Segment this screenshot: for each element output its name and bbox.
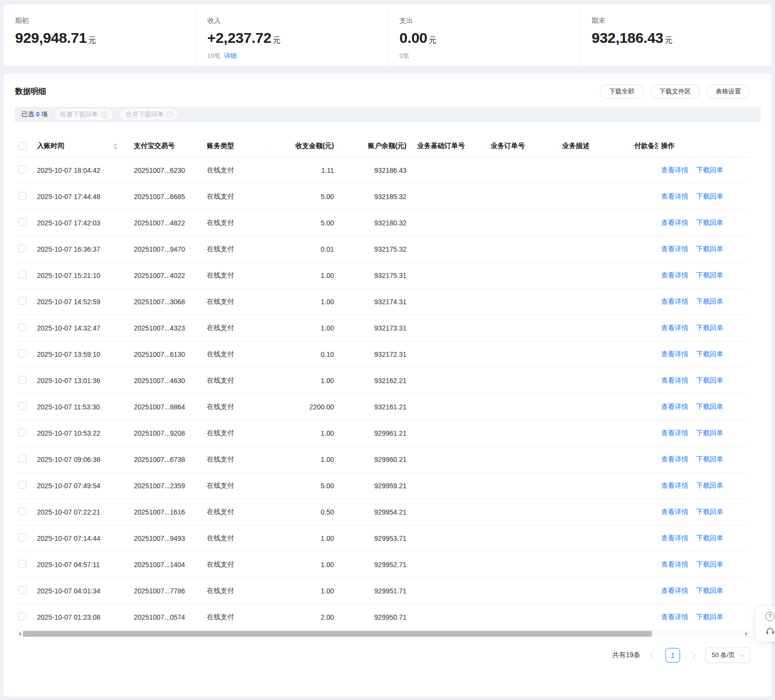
cell-amount: 1.00	[269, 561, 341, 569]
download-receipt-link[interactable]: 下载回单	[696, 534, 723, 543]
cell-type: 在线支付	[207, 455, 269, 464]
view-detail-link[interactable]: 查看详情	[661, 245, 688, 254]
row-checkbox[interactable]	[18, 612, 26, 620]
summary-income: 收入 +2,237.72元 19笔详细	[195, 4, 388, 66]
view-detail-link[interactable]: 查看详情	[661, 508, 688, 516]
cell-action: 查看详情 下载回单	[658, 166, 750, 175]
view-detail-link[interactable]: 查看详情	[661, 403, 688, 411]
cell-type: 在线支付	[207, 534, 269, 543]
select-all-checkbox[interactable]	[18, 142, 26, 150]
row-checkbox[interactable]	[18, 455, 26, 462]
row-checkbox[interactable]	[18, 350, 26, 357]
row-checkbox[interactable]	[18, 271, 26, 278]
view-detail-link[interactable]: 查看详情	[661, 481, 688, 490]
summary-income-sub: 19笔详细	[207, 52, 388, 60]
next-page-icon[interactable]	[690, 652, 695, 658]
download-all-button[interactable]: 下载全部	[600, 84, 644, 99]
download-receipt-link[interactable]: 下载回单	[696, 560, 723, 569]
download-receipt-link[interactable]: 下载回单	[696, 376, 723, 385]
row-checkbox[interactable]	[18, 244, 26, 252]
view-detail-link[interactable]: 查看详情	[661, 587, 688, 595]
download-receipt-link[interactable]: 下载回单	[696, 508, 723, 516]
row-checkbox[interactable]	[18, 297, 26, 305]
cell-action: 查看详情 下载回单	[658, 429, 750, 438]
row-checkbox[interactable]	[18, 560, 26, 568]
current-page-button[interactable]: 1	[665, 648, 680, 663]
download-receipt-link[interactable]: 下载回单	[696, 429, 723, 438]
row-checkbox[interactable]	[18, 402, 26, 410]
download-receipt-link[interactable]: 下载回单	[696, 166, 723, 175]
view-detail-link[interactable]: 查看详情	[661, 166, 688, 175]
view-detail-link[interactable]: 查看详情	[661, 297, 688, 306]
view-detail-link[interactable]: 查看详情	[661, 324, 688, 332]
column-header-txn-label: 支付宝交易号	[134, 142, 175, 150]
column-header-order: 业务订单号	[487, 142, 558, 150]
help-question-icon[interactable]: ?	[765, 612, 775, 621]
row-checkbox[interactable]	[18, 586, 26, 594]
cell-type: 在线支付	[207, 271, 269, 280]
row-checkbox[interactable]	[18, 323, 26, 331]
cell-time: 2025-10-07 04:01:34	[37, 587, 134, 595]
cell-type: 在线支付	[207, 350, 269, 359]
cell-action: 查看详情 下载回单	[658, 455, 750, 464]
row-checkbox[interactable]	[18, 507, 26, 515]
table-row: 2025-10-07 16:36:37 20251007...9470 在线支付…	[16, 236, 750, 262]
cell-amount: 5.00	[269, 219, 341, 227]
download-receipt-link[interactable]: 下载回单	[696, 455, 723, 464]
cell-time: 2025-10-07 17:42:03	[37, 219, 134, 227]
row-checkbox[interactable]	[18, 376, 26, 384]
cell-action: 查看详情 下载回单	[658, 403, 750, 411]
horizontal-scrollbar[interactable]	[16, 630, 750, 637]
view-detail-link[interactable]: 查看详情	[661, 613, 688, 622]
income-detail-link[interactable]: 详细	[224, 52, 237, 59]
scrollbar-left-arrow-icon[interactable]	[16, 630, 23, 637]
row-checkbox[interactable]	[18, 166, 26, 173]
download-receipt-link[interactable]: 下载回单	[696, 192, 723, 201]
scrollbar-thumb[interactable]	[23, 631, 652, 637]
table-settings-button[interactable]: 表格设置	[706, 84, 750, 99]
download-receipt-link[interactable]: 下载回单	[696, 350, 723, 359]
view-detail-link[interactable]: 查看详情	[661, 560, 688, 569]
scrollbar-right-arrow-icon[interactable]	[743, 630, 750, 637]
headset-icon[interactable]	[765, 626, 775, 636]
summary-income-value: +2,237.72元	[207, 30, 388, 46]
view-detail-link[interactable]: 查看详情	[661, 429, 688, 438]
download-receipt-link[interactable]: 下载回单	[696, 297, 723, 306]
download-receipt-link[interactable]: 下载回单	[696, 587, 723, 595]
download-zone-button[interactable]: 下载文件区	[650, 84, 700, 99]
row-checkbox[interactable]	[18, 534, 26, 541]
download-receipt-link[interactable]: 下载回单	[696, 271, 723, 280]
view-detail-link[interactable]: 查看详情	[661, 219, 688, 227]
download-receipt-link[interactable]: 下载回单	[696, 245, 723, 254]
page-size-value: 50 条/页	[712, 651, 735, 660]
row-checkbox[interactable]	[18, 192, 26, 200]
cell-action: 查看详情 下载回单	[658, 324, 750, 332]
row-checkbox[interactable]	[18, 218, 26, 226]
merge-download-button[interactable]: 合并下载回单i	[119, 108, 179, 121]
download-receipt-link[interactable]: 下载回单	[696, 613, 723, 622]
prev-page-icon[interactable]	[650, 652, 655, 658]
download-receipt-link[interactable]: 下载回单	[696, 403, 723, 411]
view-detail-link[interactable]: 查看详情	[661, 271, 688, 280]
cell-balance: 932172.31	[341, 350, 413, 358]
row-checkbox-cell	[16, 612, 37, 622]
view-detail-link[interactable]: 查看详情	[661, 534, 688, 543]
view-detail-link[interactable]: 查看详情	[661, 350, 688, 359]
download-receipt-link[interactable]: 下载回单	[696, 219, 723, 227]
row-checkbox[interactable]	[18, 428, 26, 436]
row-checkbox-cell	[16, 376, 37, 385]
column-header-time[interactable]: 入账时间	[37, 142, 134, 150]
view-detail-link[interactable]: 查看详情	[661, 192, 688, 201]
download-receipt-link[interactable]: 下载回单	[696, 481, 723, 490]
download-receipt-link[interactable]: 下载回单	[696, 324, 723, 332]
sort-control[interactable]	[113, 143, 117, 149]
summary-income-count: 19笔	[207, 52, 221, 59]
row-checkbox[interactable]	[18, 481, 26, 489]
view-detail-link[interactable]: 查看详情	[661, 376, 688, 385]
cell-amount: 1.00	[269, 587, 341, 595]
cell-action: 查看详情 下载回单	[658, 534, 750, 543]
batch-download-button[interactable]: 批量下载回单i	[54, 108, 113, 121]
cell-action: 查看详情 下载回单	[658, 508, 750, 516]
page-size-select[interactable]: 50 条/页	[705, 647, 750, 663]
view-detail-link[interactable]: 查看详情	[661, 455, 688, 464]
